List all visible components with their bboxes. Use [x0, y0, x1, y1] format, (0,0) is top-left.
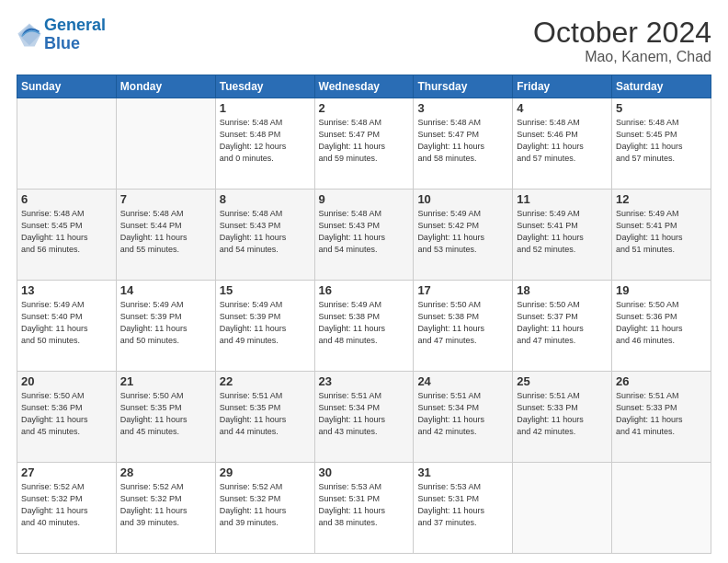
day-number: 4 [517, 101, 608, 115]
day-info: Sunrise: 5:50 AM Sunset: 5:38 PM Dayligh… [417, 299, 508, 347]
day-info: Sunrise: 5:48 AM Sunset: 5:45 PM Dayligh… [21, 208, 112, 256]
col-friday: Friday [513, 75, 612, 98]
day-info: Sunrise: 5:49 AM Sunset: 5:42 PM Dayligh… [417, 208, 508, 256]
day-number: 3 [417, 101, 508, 115]
day-info: Sunrise: 5:51 AM Sunset: 5:35 PM Dayligh… [220, 390, 311, 438]
logo: General Blue [17, 17, 106, 53]
calendar-week-row: 27Sunrise: 5:52 AM Sunset: 5:32 PM Dayli… [17, 463, 711, 554]
day-number: 30 [319, 465, 410, 479]
table-row: 31Sunrise: 5:53 AM Sunset: 5:31 PM Dayli… [414, 463, 513, 554]
svg-marker-1 [17, 23, 40, 46]
day-number: 17 [417, 283, 508, 297]
table-row [17, 98, 117, 190]
table-row: 23Sunrise: 5:51 AM Sunset: 5:34 PM Dayli… [314, 372, 414, 463]
day-number: 23 [319, 374, 410, 388]
day-number: 25 [517, 374, 608, 388]
header: General Blue October 2024 Mao, Kanem, Ch… [17, 17, 711, 65]
day-number: 29 [220, 465, 311, 479]
day-number: 2 [319, 101, 410, 115]
day-number: 22 [220, 374, 311, 388]
day-number: 6 [21, 192, 112, 206]
table-row: 12Sunrise: 5:49 AM Sunset: 5:41 PM Dayli… [612, 190, 711, 281]
day-number: 1 [220, 101, 311, 115]
day-info: Sunrise: 5:50 AM Sunset: 5:35 PM Dayligh… [120, 390, 211, 438]
day-info: Sunrise: 5:49 AM Sunset: 5:41 PM Dayligh… [616, 208, 707, 256]
table-row: 15Sunrise: 5:49 AM Sunset: 5:39 PM Dayli… [215, 281, 314, 372]
table-row [513, 463, 612, 554]
day-info: Sunrise: 5:50 AM Sunset: 5:36 PM Dayligh… [21, 390, 112, 438]
col-tuesday: Tuesday [215, 75, 314, 98]
day-info: Sunrise: 5:52 AM Sunset: 5:32 PM Dayligh… [120, 481, 211, 529]
day-info: Sunrise: 5:48 AM Sunset: 5:44 PM Dayligh… [120, 208, 211, 256]
calendar-subtitle: Mao, Kanem, Chad [533, 49, 711, 65]
col-sunday: Sunday [17, 75, 117, 98]
day-info: Sunrise: 5:49 AM Sunset: 5:39 PM Dayligh… [220, 299, 311, 347]
day-info: Sunrise: 5:49 AM Sunset: 5:38 PM Dayligh… [319, 299, 410, 347]
day-info: Sunrise: 5:50 AM Sunset: 5:36 PM Dayligh… [616, 299, 707, 347]
table-row: 11Sunrise: 5:49 AM Sunset: 5:41 PM Dayli… [513, 190, 612, 281]
table-row: 3Sunrise: 5:48 AM Sunset: 5:47 PM Daylig… [414, 98, 513, 190]
day-info: Sunrise: 5:48 AM Sunset: 5:43 PM Dayligh… [319, 208, 410, 256]
day-info: Sunrise: 5:50 AM Sunset: 5:37 PM Dayligh… [517, 299, 608, 347]
table-row: 9Sunrise: 5:48 AM Sunset: 5:43 PM Daylig… [314, 190, 414, 281]
table-row: 22Sunrise: 5:51 AM Sunset: 5:35 PM Dayli… [215, 372, 314, 463]
table-row: 21Sunrise: 5:50 AM Sunset: 5:35 PM Dayli… [116, 372, 215, 463]
title-block: October 2024 Mao, Kanem, Chad [533, 17, 711, 65]
day-info: Sunrise: 5:48 AM Sunset: 5:46 PM Dayligh… [517, 117, 608, 165]
table-row: 25Sunrise: 5:51 AM Sunset: 5:33 PM Dayli… [513, 372, 612, 463]
table-row: 4Sunrise: 5:48 AM Sunset: 5:46 PM Daylig… [513, 98, 612, 190]
table-row: 17Sunrise: 5:50 AM Sunset: 5:38 PM Dayli… [414, 281, 513, 372]
day-number: 20 [21, 374, 112, 388]
logo-line2: Blue [44, 34, 80, 52]
day-number: 11 [517, 192, 608, 206]
logo-line1: General [44, 16, 106, 34]
table-row: 2Sunrise: 5:48 AM Sunset: 5:47 PM Daylig… [314, 98, 414, 190]
logo-icon [17, 22, 42, 48]
day-info: Sunrise: 5:53 AM Sunset: 5:31 PM Dayligh… [319, 481, 410, 529]
day-info: Sunrise: 5:51 AM Sunset: 5:33 PM Dayligh… [517, 390, 608, 438]
calendar-week-row: 13Sunrise: 5:49 AM Sunset: 5:40 PM Dayli… [17, 281, 711, 372]
table-row: 27Sunrise: 5:52 AM Sunset: 5:32 PM Dayli… [17, 463, 117, 554]
col-thursday: Thursday [414, 75, 513, 98]
day-info: Sunrise: 5:51 AM Sunset: 5:34 PM Dayligh… [417, 390, 508, 438]
day-number: 24 [417, 374, 508, 388]
day-number: 19 [616, 283, 707, 297]
calendar-week-row: 20Sunrise: 5:50 AM Sunset: 5:36 PM Dayli… [17, 372, 711, 463]
day-number: 12 [616, 192, 707, 206]
table-row: 16Sunrise: 5:49 AM Sunset: 5:38 PM Dayli… [314, 281, 414, 372]
day-info: Sunrise: 5:49 AM Sunset: 5:41 PM Dayligh… [517, 208, 608, 256]
day-info: Sunrise: 5:49 AM Sunset: 5:40 PM Dayligh… [21, 299, 112, 347]
calendar-week-row: 6Sunrise: 5:48 AM Sunset: 5:45 PM Daylig… [17, 190, 711, 281]
table-row: 24Sunrise: 5:51 AM Sunset: 5:34 PM Dayli… [414, 372, 513, 463]
table-row: 14Sunrise: 5:49 AM Sunset: 5:39 PM Dayli… [116, 281, 215, 372]
day-number: 18 [517, 283, 608, 297]
table-row [612, 463, 711, 554]
day-info: Sunrise: 5:51 AM Sunset: 5:33 PM Dayligh… [616, 390, 707, 438]
calendar-table: Sunday Monday Tuesday Wednesday Thursday… [17, 75, 711, 554]
day-info: Sunrise: 5:48 AM Sunset: 5:47 PM Dayligh… [417, 117, 508, 165]
calendar-header-row: Sunday Monday Tuesday Wednesday Thursday… [17, 75, 711, 98]
day-number: 8 [220, 192, 311, 206]
table-row: 30Sunrise: 5:53 AM Sunset: 5:31 PM Dayli… [314, 463, 414, 554]
day-number: 7 [120, 192, 211, 206]
table-row: 29Sunrise: 5:52 AM Sunset: 5:32 PM Dayli… [215, 463, 314, 554]
day-info: Sunrise: 5:48 AM Sunset: 5:48 PM Dayligh… [220, 117, 311, 165]
day-number: 13 [21, 283, 112, 297]
day-number: 31 [417, 465, 508, 479]
table-row [116, 98, 215, 190]
table-row: 7Sunrise: 5:48 AM Sunset: 5:44 PM Daylig… [116, 190, 215, 281]
day-info: Sunrise: 5:51 AM Sunset: 5:34 PM Dayligh… [319, 390, 410, 438]
day-info: Sunrise: 5:48 AM Sunset: 5:45 PM Dayligh… [616, 117, 707, 165]
calendar-title: October 2024 [533, 17, 711, 49]
day-number: 15 [220, 283, 311, 297]
table-row: 6Sunrise: 5:48 AM Sunset: 5:45 PM Daylig… [17, 190, 117, 281]
day-info: Sunrise: 5:52 AM Sunset: 5:32 PM Dayligh… [21, 481, 112, 529]
day-number: 10 [417, 192, 508, 206]
day-info: Sunrise: 5:48 AM Sunset: 5:47 PM Dayligh… [319, 117, 410, 165]
logo-text: General Blue [44, 17, 106, 53]
table-row: 26Sunrise: 5:51 AM Sunset: 5:33 PM Dayli… [612, 372, 711, 463]
col-saturday: Saturday [612, 75, 711, 98]
day-info: Sunrise: 5:48 AM Sunset: 5:43 PM Dayligh… [220, 208, 311, 256]
col-monday: Monday [116, 75, 215, 98]
calendar-week-row: 1Sunrise: 5:48 AM Sunset: 5:48 PM Daylig… [17, 98, 711, 190]
